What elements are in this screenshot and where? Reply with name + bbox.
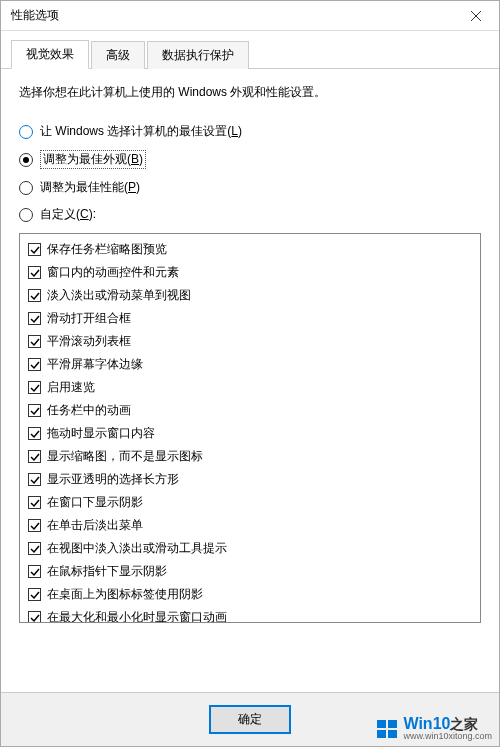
tab-content: 选择你想在此计算机上使用的 Windows 外观和性能设置。 让 Windows… — [1, 69, 499, 692]
check-label: 在窗口下显示阴影 — [47, 494, 143, 511]
check-item[interactable]: 在鼠标指针下显示阴影 — [26, 560, 474, 583]
check-item[interactable]: 平滑滚动列表框 — [26, 330, 474, 353]
check-item[interactable]: 拖动时显示窗口内容 — [26, 422, 474, 445]
check-label: 在鼠标指针下显示阴影 — [47, 563, 167, 580]
radio-best-look[interactable]: 调整为最佳外观(B) — [19, 150, 481, 169]
check-item[interactable]: 在最大化和最小化时显示窗口动画 — [26, 606, 474, 623]
check-item[interactable]: 窗口内的动画控件和元素 — [26, 261, 474, 284]
radio-button-icon — [19, 153, 33, 167]
check-item[interactable]: 在窗口下显示阴影 — [26, 491, 474, 514]
check-label: 保存任务栏缩略图预览 — [47, 241, 167, 258]
check-item[interactable]: 显示亚透明的选择长方形 — [26, 468, 474, 491]
radio-group: 让 Windows 选择计算机的最佳设置(L)调整为最佳外观(B)调整为最佳性能… — [19, 123, 481, 223]
checkbox-icon — [28, 565, 41, 578]
check-label: 平滑屏幕字体边缘 — [47, 356, 143, 373]
check-label: 启用速览 — [47, 379, 95, 396]
check-label: 在单击后淡出菜单 — [47, 517, 143, 534]
check-item[interactable]: 在桌面上为图标标签使用阴影 — [26, 583, 474, 606]
checkbox-icon — [28, 358, 41, 371]
checkbox-icon — [28, 427, 41, 440]
check-item[interactable]: 淡入淡出或滑动菜单到视图 — [26, 284, 474, 307]
checkbox-icon — [28, 312, 41, 325]
checkbox-icon — [28, 266, 41, 279]
radio-auto[interactable]: 让 Windows 选择计算机的最佳设置(L) — [19, 123, 481, 140]
description-text: 选择你想在此计算机上使用的 Windows 外观和性能设置。 — [19, 83, 481, 101]
checkbox-icon — [28, 519, 41, 532]
checkbox-icon — [28, 588, 41, 601]
check-item[interactable]: 在视图中淡入淡出或滑动工具提示 — [26, 537, 474, 560]
checkbox-icon — [28, 450, 41, 463]
radio-button-icon — [19, 208, 33, 222]
radio-label: 调整为最佳性能(P) — [40, 179, 140, 196]
radio-button-icon — [19, 125, 33, 139]
check-item[interactable]: 平滑屏幕字体边缘 — [26, 353, 474, 376]
checkbox-icon — [28, 496, 41, 509]
window-title: 性能选项 — [11, 7, 453, 24]
ok-button[interactable]: 确定 — [209, 705, 291, 734]
tab-0[interactable]: 视觉效果 — [11, 40, 89, 69]
check-label: 在最大化和最小化时显示窗口动画 — [47, 609, 227, 623]
check-label: 显示亚透明的选择长方形 — [47, 471, 179, 488]
titlebar: 性能选项 — [1, 1, 499, 31]
tabs-row: 视觉效果高级数据执行保护 — [1, 31, 499, 69]
check-item[interactable]: 显示缩略图，而不是显示图标 — [26, 445, 474, 468]
check-label: 滑动打开组合框 — [47, 310, 131, 327]
checkbox-icon — [28, 473, 41, 486]
tab-2[interactable]: 数据执行保护 — [147, 41, 249, 69]
check-item[interactable]: 保存任务栏缩略图预览 — [26, 238, 474, 261]
radio-best-perf[interactable]: 调整为最佳性能(P) — [19, 179, 481, 196]
close-button[interactable] — [453, 1, 499, 31]
checkbox-icon — [28, 335, 41, 348]
check-label: 窗口内的动画控件和元素 — [47, 264, 179, 281]
checkbox-icon — [28, 404, 41, 417]
check-label: 在视图中淡入淡出或滑动工具提示 — [47, 540, 227, 557]
radio-custom[interactable]: 自定义(C): — [19, 206, 481, 223]
check-item[interactable]: 启用速览 — [26, 376, 474, 399]
check-label: 拖动时显示窗口内容 — [47, 425, 155, 442]
close-icon — [471, 11, 481, 21]
tab-1[interactable]: 高级 — [91, 41, 145, 69]
check-label: 平滑滚动列表框 — [47, 333, 131, 350]
check-label: 淡入淡出或滑动菜单到视图 — [47, 287, 191, 304]
check-label: 在桌面上为图标标签使用阴影 — [47, 586, 203, 603]
button-bar: 确定 — [1, 692, 499, 746]
checkbox-icon — [28, 542, 41, 555]
checkbox-icon — [28, 381, 41, 394]
radio-label: 让 Windows 选择计算机的最佳设置(L) — [40, 123, 242, 140]
performance-options-window: 性能选项 视觉效果高级数据执行保护 选择你想在此计算机上使用的 Windows … — [0, 0, 500, 747]
check-item[interactable]: 滑动打开组合框 — [26, 307, 474, 330]
radio-label: 自定义(C): — [40, 206, 96, 223]
checkbox-icon — [28, 243, 41, 256]
radio-button-icon — [19, 181, 33, 195]
check-label: 显示缩略图，而不是显示图标 — [47, 448, 203, 465]
check-item[interactable]: 任务栏中的动画 — [26, 399, 474, 422]
checkbox-icon — [28, 611, 41, 623]
check-item[interactable]: 在单击后淡出菜单 — [26, 514, 474, 537]
checkbox-icon — [28, 289, 41, 302]
check-label: 任务栏中的动画 — [47, 402, 131, 419]
radio-label: 调整为最佳外观(B) — [40, 150, 146, 169]
custom-effects-list[interactable]: 保存任务栏缩略图预览窗口内的动画控件和元素淡入淡出或滑动菜单到视图滑动打开组合框… — [19, 233, 481, 623]
